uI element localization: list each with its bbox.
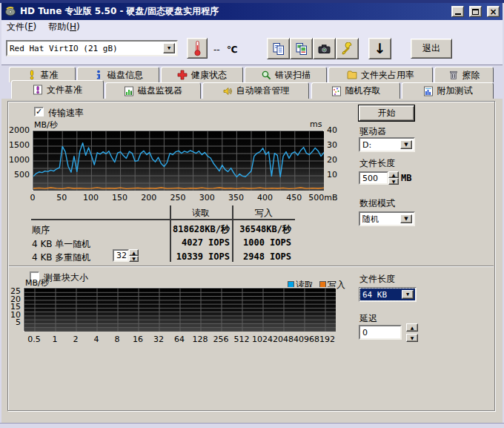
drive-combobox-arrow[interactable]: ▼: [163, 43, 175, 53]
results-col-read: 读取: [171, 207, 231, 220]
tab-file-benchmark-active[interactable]: 文件基准: [11, 80, 104, 99]
axis-tick-label: 1500: [3, 140, 30, 150]
axis-tick-label: 1000: [3, 155, 30, 165]
block-size-chart: [24, 288, 335, 331]
results-col-write: 写入: [235, 207, 293, 220]
delay-label: 延迟: [359, 312, 377, 325]
row-sequential-label: 顺序: [32, 224, 50, 237]
results-header-rule: [31, 219, 295, 220]
delay-spin-down-button[interactable]: ▼: [406, 334, 418, 342]
exit-button[interactable]: 退出: [411, 39, 452, 59]
titlebar[interactable]: HD Tune 专业版 5.50 - 硬盘/固态硬盘实用程序 ×: [1, 3, 503, 20]
delay-spin-up-button[interactable]: ▲: [406, 323, 418, 332]
tab-disk-monitor[interactable]: 磁盘监视器: [105, 82, 201, 99]
minimize-button[interactable]: [451, 6, 464, 17]
file-benchmark-icon: [33, 85, 43, 95]
check-icon: ✓: [36, 108, 42, 116]
row-4k-single-write: 1000 IOPS: [235, 237, 291, 248]
delay-field[interactable]: 0: [359, 325, 402, 340]
read-swatch-icon: [288, 281, 294, 288]
hdtune-logo-icon: [4, 6, 16, 17]
disk-info-icon: [93, 70, 104, 80]
file-length-label: 文件长度: [359, 157, 395, 170]
chevron-down-icon: ▼: [406, 292, 409, 297]
arrow-up-icon: ▲: [132, 251, 136, 255]
queue-depth-field[interactable]: 32: [113, 249, 129, 262]
tab-folder-usage[interactable]: 文件夹占用率: [328, 67, 433, 82]
row-4k-multi-label: 4 KB 多重随机: [32, 251, 90, 264]
chart1-right-axis-title: ms: [310, 119, 322, 129]
target-drive-arrow[interactable]: ▼: [400, 140, 412, 149]
copy-image-button[interactable]: [290, 38, 313, 59]
save-results-button[interactable]: ↓: [368, 38, 391, 59]
row-4k-multi-write: 2948 IOPS: [235, 251, 291, 262]
spin-down-button[interactable]: ▼: [388, 178, 399, 185]
speaker-icon: [222, 86, 233, 96]
screenshot-button[interactable]: [313, 38, 336, 59]
section-divider: [9, 266, 494, 267]
thermometer-icon: [192, 40, 203, 56]
window-title: HD Tune 专业版 5.50 - 硬盘/固态硬盘实用程序: [20, 5, 446, 18]
results-vrule-2: [232, 205, 233, 262]
maximize-icon: [472, 9, 479, 15]
folder-icon: [347, 70, 357, 80]
axis-tick-label: 500: [3, 170, 30, 180]
chart2-axis-title: MB/秒: [25, 277, 49, 289]
tab-erase[interactable]: 擦除: [434, 67, 494, 82]
temperature-button[interactable]: [187, 38, 208, 59]
health-icon: [177, 70, 188, 80]
copy-text-button[interactable]: [267, 38, 290, 59]
row-4k-single-read: 4027 IOPS: [170, 237, 230, 248]
window-bottom-border: [0, 423, 504, 428]
axis-tick-label: 10: [327, 170, 349, 180]
menu-file[interactable]: 文件(F): [7, 21, 36, 33]
options-button[interactable]: [336, 38, 359, 59]
axis-tick-label: 8192: [312, 335, 337, 344]
row-4k-single-label: 4 KB 单一随机: [32, 238, 90, 251]
erase-icon: [448, 70, 459, 80]
tab-health[interactable]: 健康状态: [161, 67, 243, 82]
file-length-field[interactable]: 500: [359, 171, 388, 185]
disk-monitor-icon: [124, 86, 134, 96]
tab-auto-acoustic[interactable]: 自动噪音管理: [202, 82, 309, 99]
menubar: 文件(F) 帮助(H): [1, 20, 503, 34]
spin-up-button[interactable]: ▲: [388, 171, 399, 178]
block-file-length-arrow[interactable]: ▼: [402, 290, 414, 299]
queue-depth-spinner[interactable]: ▲ ▼: [129, 249, 139, 262]
axis-tick-label: 2000: [3, 125, 30, 135]
arrow-down-icon: ▼: [132, 257, 136, 261]
arrow-down-icon: ↓: [374, 42, 386, 56]
chevron-down-icon: ▼: [168, 46, 170, 51]
axis-tick-label: 500mB: [305, 193, 341, 203]
spin-down-button[interactable]: ▼: [129, 256, 139, 262]
row-sequential-write: 36548KB/秒: [235, 223, 291, 236]
tab-error-scan[interactable]: 错误扫描: [245, 67, 327, 82]
block-file-length-combobox[interactable]: 64 KB ▼: [359, 287, 417, 302]
temperature-value: --: [213, 45, 220, 55]
spin-up-button[interactable]: ▲: [129, 249, 139, 256]
arrow-down-icon: ▼: [392, 180, 396, 184]
arrow-down-icon: ▼: [411, 336, 414, 340]
temperature-unit: ℃: [227, 45, 238, 55]
target-drive-combobox[interactable]: D: ▼: [359, 137, 415, 152]
tab-random-access[interactable]: 随机存取: [311, 82, 400, 99]
tab-extra-tests[interactable]: 附加测试: [402, 82, 494, 99]
data-mode-combobox[interactable]: 随机 ▼: [359, 211, 415, 226]
minimize-icon: [455, 13, 461, 15]
chart1-left-axis-title: MB/秒: [34, 119, 58, 131]
options-icon: [340, 42, 354, 56]
close-button[interactable]: ×: [487, 6, 500, 17]
benchmark-icon: [27, 70, 37, 80]
menu-help[interactable]: 帮助(H): [48, 21, 79, 33]
maximize-button[interactable]: [469, 6, 482, 17]
start-button[interactable]: 开始: [359, 105, 414, 121]
transfer-rate-checkbox[interactable]: ✓: [34, 107, 44, 116]
drive-combobox[interactable]: Red Hat VirtIO (21 gB) ▼: [6, 40, 178, 56]
block-file-length-label: 文件长度: [359, 273, 395, 286]
axis-tick-label: 30: [327, 140, 349, 150]
drive-label: 驱动器: [359, 125, 386, 138]
drive-combobox-value: Red Hat VirtIO (21 gB): [10, 44, 118, 53]
block-size-label: 测量块大小: [44, 271, 88, 284]
file-length-spinner[interactable]: ▲ ▼: [388, 171, 399, 185]
data-mode-arrow[interactable]: ▼: [400, 214, 412, 223]
